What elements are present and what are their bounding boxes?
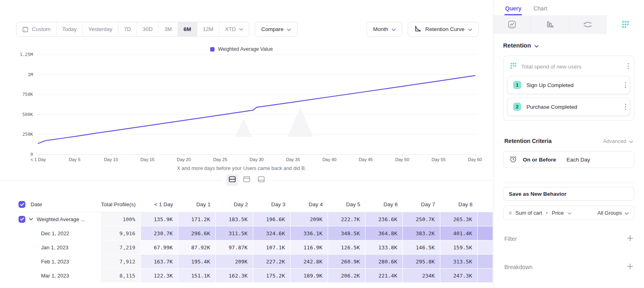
retention-value-cell[interactable]: 295.8K bbox=[403, 255, 440, 269]
retention-value-cell[interactable]: 242.8K bbox=[291, 255, 328, 269]
retention-value-cell[interactable]: 122.3K bbox=[141, 269, 178, 283]
retention-value-cell[interactable]: 260.9K bbox=[328, 255, 365, 269]
layout-table-only-button[interactable] bbox=[255, 174, 267, 186]
kebab-menu-icon[interactable] bbox=[625, 82, 626, 88]
date-cell[interactable]: Dec 1, 2022 bbox=[16, 226, 101, 240]
behavior-step[interactable]: 1Sign Up Completed bbox=[508, 76, 630, 94]
report-tab-flows[interactable] bbox=[569, 15, 607, 34]
retention-value-cell[interactable]: 206.2K bbox=[328, 269, 365, 283]
report-tab-retention[interactable] bbox=[607, 15, 644, 34]
retention-value-cell[interactable]: 171.2K bbox=[178, 212, 216, 226]
behavior-step[interactable]: 2Purchase Completed bbox=[508, 98, 630, 116]
criteria-operator[interactable]: On or Before bbox=[523, 157, 556, 163]
row-checkbox[interactable] bbox=[19, 216, 25, 223]
arrow-right-icon bbox=[546, 210, 548, 216]
retention-value-cell[interactable]: 162.3K bbox=[216, 269, 253, 283]
all-groups-dropdown[interactable]: All Groups bbox=[597, 210, 629, 216]
layout-split-button[interactable] bbox=[226, 174, 238, 186]
retention-value-cell[interactable]: 247.3K bbox=[440, 269, 478, 283]
retention-value-cell[interactable]: 67.99K bbox=[141, 240, 178, 255]
retention-value-cell[interactable]: 163.7K bbox=[141, 255, 178, 269]
behavior-header[interactable]: Total spend of new users bbox=[508, 60, 630, 72]
retention-value-cell[interactable]: 296.6K bbox=[178, 226, 216, 240]
retention-value-cell[interactable]: 146.5K bbox=[403, 240, 440, 255]
retention-value-cell[interactable]: 313.5K bbox=[440, 255, 478, 269]
retention-value-cell[interactable]: 209K bbox=[291, 212, 328, 226]
metric-property[interactable]: Price bbox=[552, 210, 564, 216]
date-cell[interactable]: Weighted Average ... bbox=[16, 212, 101, 226]
retention-value-cell[interactable]: 227.2K bbox=[253, 255, 291, 269]
retention-value-cell[interactable]: 234K bbox=[403, 269, 440, 283]
report-type-selector[interactable]: Retention bbox=[503, 42, 634, 49]
retention-value-cell[interactable]: 107.1K bbox=[253, 240, 291, 255]
range-yesterday[interactable]: Yesterday bbox=[83, 22, 119, 36]
retention-value-cell[interactable]: 236.6K bbox=[365, 212, 403, 226]
layout-chart-only-button[interactable] bbox=[241, 174, 253, 186]
kebab-menu-icon[interactable] bbox=[627, 63, 629, 70]
retention-line-chart[interactable]: 1.25M1M750K500K250K0< 1 DayDay 5Day 10Da… bbox=[15, 52, 486, 164]
retention-value-cell[interactable]: 183.5K bbox=[216, 212, 253, 226]
retention-value-cell[interactable]: 230.7K bbox=[141, 226, 178, 240]
save-as-new-behavior-button[interactable]: Save as New Behavior bbox=[503, 187, 634, 201]
range-30d[interactable]: 30D bbox=[137, 22, 159, 36]
row-label: Feb 1, 2023 bbox=[19, 259, 69, 265]
retention-value-cell[interactable]: 151.1K bbox=[178, 269, 216, 283]
retention-value-cell[interactable]: 265.3K bbox=[440, 212, 478, 226]
tab-chart[interactable]: Chart bbox=[533, 5, 547, 15]
advanced-dropdown[interactable]: Advanced bbox=[603, 138, 633, 144]
retention-value-cell[interactable]: 250.7K bbox=[403, 212, 440, 226]
date-cell[interactable]: Mar 1, 2023 bbox=[16, 269, 101, 283]
retention-value-cell[interactable]: 221.4K bbox=[365, 269, 403, 283]
date-cell[interactable]: Feb 1, 2023 bbox=[16, 255, 101, 269]
retention-value-cell[interactable]: 222.7K bbox=[328, 212, 365, 226]
criteria-card[interactable]: On or Before Each Day bbox=[503, 151, 634, 168]
criteria-unit[interactable]: Each Day bbox=[567, 157, 590, 163]
tab-query[interactable]: Query bbox=[505, 5, 521, 15]
range-7d[interactable]: 7D bbox=[118, 22, 137, 36]
chevron-down-icon bbox=[625, 210, 629, 216]
filter-add-row[interactable]: Filter bbox=[503, 235, 634, 242]
retention-value-cell[interactable]: 348.5K bbox=[328, 226, 365, 240]
retention-value-cell[interactable]: 126.5K bbox=[328, 240, 365, 255]
compare-button[interactable]: Compare bbox=[255, 22, 298, 37]
granularity-button[interactable]: Month bbox=[367, 22, 402, 37]
retention-value-cell[interactable]: 97.87K bbox=[216, 240, 253, 255]
retention-value-cell[interactable]: 209K bbox=[216, 255, 253, 269]
kebab-menu-icon[interactable] bbox=[625, 104, 626, 110]
retention-value-cell[interactable]: 280.6K bbox=[365, 255, 403, 269]
report-tab-insights[interactable] bbox=[493, 15, 531, 34]
retention-value-cell[interactable]: 196.6K bbox=[253, 212, 291, 226]
date-cell[interactable]: Jan 1, 2023 bbox=[16, 240, 101, 255]
weighted-average-line[interactable] bbox=[38, 76, 475, 143]
retention-value-cell[interactable]: 135.9K bbox=[141, 212, 178, 226]
report-tab-funnels[interactable] bbox=[531, 15, 569, 34]
retention-value-cell[interactable]: 364.8K bbox=[365, 226, 403, 240]
range-xtd[interactable]: XTD bbox=[219, 22, 249, 36]
retention-value-cell[interactable]: 189.9K bbox=[291, 269, 328, 283]
range-12m[interactable]: 12M bbox=[197, 22, 219, 36]
chart-legend[interactable]: Weighted Average Value bbox=[0, 46, 483, 52]
plus-icon[interactable] bbox=[627, 235, 633, 242]
retention-value-cell[interactable]: 133.8K bbox=[365, 240, 403, 255]
chart-type-button[interactable]: Retention Curve bbox=[408, 22, 479, 37]
retention-value-cell[interactable]: 324.6K bbox=[253, 226, 291, 240]
range-6m[interactable]: 6M bbox=[178, 22, 197, 36]
retention-value-cell[interactable]: 159.5K bbox=[440, 240, 478, 255]
clipped-value-cell bbox=[478, 269, 493, 283]
row-checkbox[interactable] bbox=[19, 201, 25, 208]
range-3m[interactable]: 3M bbox=[159, 22, 178, 36]
expand-chevron-icon[interactable] bbox=[29, 218, 33, 220]
retention-value-cell[interactable]: 401.4K bbox=[440, 226, 478, 240]
range-today[interactable]: Today bbox=[57, 22, 83, 36]
retention-value-cell[interactable]: 311.5K bbox=[216, 226, 253, 240]
retention-value-cell[interactable]: 383.2K bbox=[403, 226, 440, 240]
retention-value-cell[interactable]: 87.92K bbox=[178, 240, 216, 255]
retention-value-cell[interactable]: 116.9K bbox=[291, 240, 328, 255]
retention-value-cell[interactable]: 336.1K bbox=[291, 226, 328, 240]
retention-value-cell[interactable]: 175.2K bbox=[253, 269, 291, 283]
metric-event[interactable]: Sum of cart bbox=[516, 210, 542, 216]
range-custom[interactable]: Custom bbox=[17, 22, 57, 36]
plus-icon[interactable] bbox=[627, 263, 633, 271]
retention-value-cell[interactable]: 195.4K bbox=[178, 255, 216, 269]
breakdown-add-row[interactable]: Breakdown bbox=[503, 263, 634, 271]
